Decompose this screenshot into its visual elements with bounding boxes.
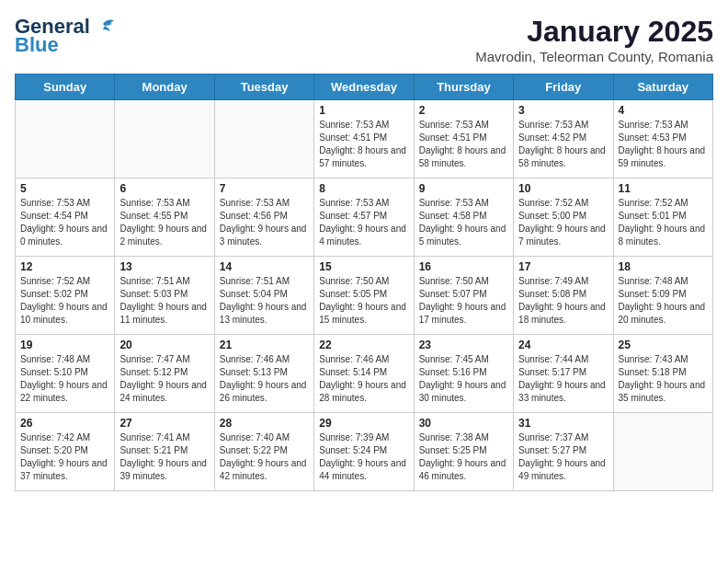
weekday-header: Thursday: [414, 75, 513, 100]
day-number: 20: [119, 339, 209, 351]
calendar-week-row: 26Sunrise: 7:42 AM Sunset: 5:20 PM Dayli…: [16, 413, 713, 491]
weekday-header: Wednesday: [314, 75, 414, 100]
day-info: Sunrise: 7:50 AM Sunset: 5:07 PM Dayligh…: [419, 275, 508, 327]
day-info: Sunrise: 7:53 AM Sunset: 4:57 PM Dayligh…: [319, 197, 408, 248]
calendar-cell: 23Sunrise: 7:45 AM Sunset: 5:16 PM Dayli…: [414, 335, 513, 413]
day-info: Sunrise: 7:53 AM Sunset: 4:52 PM Dayligh…: [518, 119, 608, 170]
day-number: 29: [319, 417, 408, 430]
day-number: 24: [518, 339, 608, 351]
calendar-cell: 26Sunrise: 7:42 AM Sunset: 5:20 PM Dayli…: [16, 413, 115, 491]
weekday-header: Tuesday: [214, 75, 313, 100]
logo: General Blue: [15, 15, 118, 57]
logo-bird-icon: [90, 17, 118, 37]
day-info: Sunrise: 7:46 AM Sunset: 5:14 PM Dayligh…: [319, 353, 408, 405]
calendar-cell: 1Sunrise: 7:53 AM Sunset: 4:51 PM Daylig…: [314, 100, 414, 178]
day-info: Sunrise: 7:50 AM Sunset: 5:05 PM Dayligh…: [319, 275, 408, 327]
calendar-cell: 9Sunrise: 7:53 AM Sunset: 4:58 PM Daylig…: [414, 178, 513, 257]
day-number: 3: [518, 104, 608, 117]
day-info: Sunrise: 7:53 AM Sunset: 4:56 PM Dayligh…: [220, 197, 309, 248]
day-info: Sunrise: 7:45 AM Sunset: 5:16 PM Dayligh…: [419, 353, 508, 405]
day-info: Sunrise: 7:53 AM Sunset: 4:51 PM Dayligh…: [419, 119, 508, 170]
title-block: January 2025 Mavrodin, Teleorman County,…: [475, 15, 713, 64]
day-info: Sunrise: 7:52 AM Sunset: 5:02 PM Dayligh…: [20, 275, 109, 327]
calendar-cell: 14Sunrise: 7:51 AM Sunset: 5:04 PM Dayli…: [214, 257, 313, 335]
day-info: Sunrise: 7:53 AM Sunset: 4:53 PM Dayligh…: [619, 119, 708, 170]
day-number: 1: [319, 104, 408, 117]
calendar-week-row: 1Sunrise: 7:53 AM Sunset: 4:51 PM Daylig…: [16, 100, 713, 178]
day-number: 30: [419, 417, 508, 430]
day-number: 4: [619, 104, 708, 117]
calendar-cell: 30Sunrise: 7:38 AM Sunset: 5:25 PM Dayli…: [414, 413, 513, 491]
day-info: Sunrise: 7:41 AM Sunset: 5:21 PM Dayligh…: [119, 431, 209, 483]
calendar-cell: [115, 100, 214, 178]
calendar-cell: 16Sunrise: 7:50 AM Sunset: 5:07 PM Dayli…: [414, 257, 513, 335]
calendar-cell: 18Sunrise: 7:48 AM Sunset: 5:09 PM Dayli…: [613, 257, 712, 335]
day-number: 28: [220, 417, 309, 430]
weekday-header: Saturday: [613, 75, 712, 100]
calendar-cell: [16, 100, 115, 178]
day-number: 16: [419, 260, 508, 273]
day-number: 5: [20, 182, 109, 195]
day-number: 13: [119, 260, 209, 273]
calendar-cell: [214, 100, 313, 178]
day-info: Sunrise: 7:48 AM Sunset: 5:10 PM Dayligh…: [20, 353, 109, 405]
day-number: 2: [419, 104, 508, 117]
day-number: 12: [20, 260, 109, 273]
day-number: 26: [20, 417, 109, 430]
calendar-title: January 2025: [475, 15, 713, 49]
calendar-cell: 15Sunrise: 7:50 AM Sunset: 5:05 PM Dayli…: [314, 257, 414, 335]
day-info: Sunrise: 7:51 AM Sunset: 5:03 PM Dayligh…: [119, 275, 209, 327]
day-number: 10: [518, 182, 608, 195]
day-number: 17: [518, 260, 608, 273]
calendar-header-row: SundayMondayTuesdayWednesdayThursdayFrid…: [16, 75, 713, 100]
day-info: Sunrise: 7:39 AM Sunset: 5:24 PM Dayligh…: [319, 431, 408, 483]
logo-blue: Blue: [15, 33, 59, 57]
calendar-cell: 13Sunrise: 7:51 AM Sunset: 5:03 PM Dayli…: [115, 257, 214, 335]
day-number: 23: [419, 339, 508, 351]
day-info: Sunrise: 7:38 AM Sunset: 5:25 PM Dayligh…: [419, 431, 508, 483]
day-info: Sunrise: 7:53 AM Sunset: 4:58 PM Dayligh…: [419, 197, 508, 248]
weekday-header: Friday: [514, 75, 613, 100]
calendar-cell: 25Sunrise: 7:43 AM Sunset: 5:18 PM Dayli…: [613, 335, 712, 413]
calendar-cell: 19Sunrise: 7:48 AM Sunset: 5:10 PM Dayli…: [16, 335, 115, 413]
day-info: Sunrise: 7:47 AM Sunset: 5:12 PM Dayligh…: [119, 353, 209, 405]
day-number: 7: [220, 182, 309, 195]
calendar-cell: 7Sunrise: 7:53 AM Sunset: 4:56 PM Daylig…: [214, 178, 313, 257]
day-info: Sunrise: 7:48 AM Sunset: 5:09 PM Dayligh…: [619, 275, 708, 327]
day-info: Sunrise: 7:52 AM Sunset: 5:00 PM Dayligh…: [518, 197, 608, 248]
day-number: 19: [20, 339, 109, 351]
calendar-cell: 20Sunrise: 7:47 AM Sunset: 5:12 PM Dayli…: [115, 335, 214, 413]
calendar-week-row: 19Sunrise: 7:48 AM Sunset: 5:10 PM Dayli…: [16, 335, 713, 413]
calendar-cell: 8Sunrise: 7:53 AM Sunset: 4:57 PM Daylig…: [314, 178, 414, 257]
calendar-cell: 11Sunrise: 7:52 AM Sunset: 5:01 PM Dayli…: [613, 178, 712, 257]
day-number: 31: [518, 417, 608, 430]
calendar-cell: 10Sunrise: 7:52 AM Sunset: 5:00 PM Dayli…: [514, 178, 613, 257]
calendar-table: SundayMondayTuesdayWednesdayThursdayFrid…: [15, 74, 713, 491]
day-info: Sunrise: 7:49 AM Sunset: 5:08 PM Dayligh…: [518, 275, 608, 327]
page-header: General Blue January 2025 Mavrodin, Tele…: [15, 15, 713, 64]
day-number: 9: [419, 182, 508, 195]
weekday-header: Monday: [115, 75, 214, 100]
day-number: 6: [119, 182, 209, 195]
day-info: Sunrise: 7:53 AM Sunset: 4:55 PM Dayligh…: [119, 197, 209, 248]
day-number: 27: [119, 417, 209, 430]
calendar-week-row: 12Sunrise: 7:52 AM Sunset: 5:02 PM Dayli…: [16, 257, 713, 335]
calendar-cell: 5Sunrise: 7:53 AM Sunset: 4:54 PM Daylig…: [16, 178, 115, 257]
calendar-subtitle: Mavrodin, Teleorman County, Romania: [475, 49, 713, 64]
day-number: 8: [319, 182, 408, 195]
day-info: Sunrise: 7:53 AM Sunset: 4:51 PM Dayligh…: [319, 119, 408, 170]
day-info: Sunrise: 7:51 AM Sunset: 5:04 PM Dayligh…: [220, 275, 309, 327]
day-number: 11: [619, 182, 708, 195]
day-number: 18: [619, 260, 708, 273]
weekday-header: Sunday: [16, 75, 115, 100]
calendar-cell: [613, 413, 712, 491]
calendar-cell: 21Sunrise: 7:46 AM Sunset: 5:13 PM Dayli…: [214, 335, 313, 413]
day-number: 15: [319, 260, 408, 273]
calendar-cell: 24Sunrise: 7:44 AM Sunset: 5:17 PM Dayli…: [514, 335, 613, 413]
day-number: 22: [319, 339, 408, 351]
day-info: Sunrise: 7:42 AM Sunset: 5:20 PM Dayligh…: [20, 431, 109, 483]
day-info: Sunrise: 7:46 AM Sunset: 5:13 PM Dayligh…: [220, 353, 309, 405]
calendar-cell: 3Sunrise: 7:53 AM Sunset: 4:52 PM Daylig…: [514, 100, 613, 178]
day-info: Sunrise: 7:40 AM Sunset: 5:22 PM Dayligh…: [220, 431, 309, 483]
calendar-cell: 6Sunrise: 7:53 AM Sunset: 4:55 PM Daylig…: [115, 178, 214, 257]
